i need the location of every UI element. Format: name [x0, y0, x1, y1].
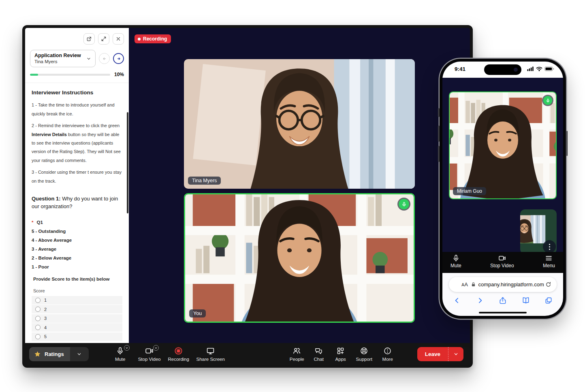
leave-button[interactable]: Leave: [417, 347, 448, 361]
radio-button[interactable]: [35, 334, 41, 339]
home-indicator[interactable]: [479, 312, 527, 314]
application-review-panel: Application Review Tina Myers: [25, 28, 129, 343]
leave-options-button[interactable]: [448, 347, 463, 361]
phone-menu-button[interactable]: Menu: [543, 254, 555, 273]
video-tile-tina-myers[interactable]: Tina Myers: [184, 59, 415, 189]
people-button[interactable]: People: [286, 347, 308, 362]
wifi-icon: [536, 66, 542, 71]
open-external-button[interactable]: [83, 33, 95, 45]
support-icon: [360, 347, 368, 356]
panel-scrollbar[interactable]: [127, 112, 128, 213]
radio-button[interactable]: [35, 307, 41, 312]
phone-stop-video-button[interactable]: Stop Video: [490, 254, 514, 273]
panel-content: Interviewer Instructions 1 - Take the ti…: [25, 83, 129, 343]
mute-options-chevron[interactable]: [124, 345, 130, 351]
tabs-button[interactable]: [544, 296, 553, 305]
apps-button[interactable]: Apps: [330, 347, 352, 362]
forward-button[interactable]: [476, 296, 484, 305]
stop-video-button[interactable]: Stop Video: [135, 347, 164, 362]
address-bar[interactable]: AA company.hiringplatform.com: [449, 277, 557, 292]
score-label: Score: [33, 288, 122, 293]
support-button[interactable]: Support: [352, 347, 377, 362]
phone-volume-down-button: [438, 146, 440, 162]
expand-panel-button[interactable]: [98, 33, 109, 45]
question-text: Question 1: Why do you want to join our …: [32, 195, 122, 211]
phone-status-bar: 9:41: [442, 62, 563, 78]
video-tile-you[interactable]: You: [184, 193, 415, 323]
video-options-chevron[interactable]: [153, 345, 159, 351]
share-screen-button[interactable]: Share Screen: [193, 347, 228, 362]
progress-fill: [30, 74, 38, 76]
text-size-button[interactable]: AA: [461, 281, 468, 288]
external-link-icon: [86, 36, 92, 42]
radio-button[interactable]: [35, 325, 41, 330]
previous-step-button[interactable]: [99, 53, 110, 64]
participant-name-label: Miriam Guo: [453, 187, 486, 195]
cellular-signal-icon: [527, 66, 534, 71]
radio-button[interactable]: [35, 298, 41, 303]
chevron-down-icon: [77, 352, 81, 356]
bookmarks-button[interactable]: [522, 296, 530, 305]
question-code: *Q1: [32, 220, 122, 225]
back-button[interactable]: [453, 296, 461, 305]
camera-icon: [498, 254, 506, 262]
miriam-guo-video: [450, 92, 556, 198]
tina-myers-video: [184, 59, 415, 189]
step-select[interactable]: Application Review Tina Myers: [30, 50, 96, 67]
more-button[interactable]: More: [377, 347, 399, 362]
score-option-3[interactable]: 3: [32, 314, 122, 323]
recording-badge: Recording: [135, 34, 171, 43]
share-button[interactable]: [499, 296, 507, 305]
more-icon: [383, 347, 392, 356]
required-asterisk: *: [32, 220, 33, 225]
score-option-2[interactable]: 2: [32, 305, 122, 313]
apps-icon: [336, 347, 345, 356]
step-navigator: Application Review Tina Myers: [30, 50, 124, 67]
mic-active-badge: [542, 95, 553, 106]
meeting-toolbar: Ratings Mute Stop Video Recording: [25, 343, 470, 365]
microphone-icon: [401, 202, 407, 207]
phone-meeting-view: Miriam Guo Mute Stop Video: [442, 78, 563, 273]
stop-recording-icon: [174, 347, 183, 356]
browser-nav-row: [442, 292, 563, 305]
phone-browser-bar: AA company.hiringplatform.com: [442, 273, 563, 316]
chat-icon: [314, 347, 323, 356]
dynamic-island: [484, 64, 521, 75]
battery-icon: [544, 66, 554, 71]
instruction-step-1: 1 - Take the time to introduce yourself …: [32, 101, 122, 118]
step-subtitle: Tina Myers: [34, 59, 86, 65]
arrow-right-icon: [116, 56, 122, 62]
instructions-heading: Interviewer Instructions: [32, 89, 122, 96]
hamburger-menu-icon: [545, 254, 553, 262]
microphone-icon: [546, 98, 550, 103]
phone-self-view[interactable]: [520, 209, 557, 254]
people-icon: [292, 347, 301, 356]
close-panel-button[interactable]: [113, 33, 124, 45]
instruction-step-2: 2 - Remind the interviewee to click the …: [32, 121, 122, 165]
status-time: 9:41: [455, 66, 465, 72]
score-option-1[interactable]: 1: [32, 296, 122, 305]
progress-percent: 10%: [114, 72, 124, 77]
chat-button[interactable]: Chat: [308, 347, 330, 362]
provide-score-label: Provide Score to the item(s) below: [33, 277, 122, 281]
radio-button[interactable]: [35, 316, 41, 321]
video-tile-miriam-guo[interactable]: Miriam Guo: [449, 92, 557, 199]
next-step-button[interactable]: [113, 53, 124, 64]
reload-button[interactable]: [545, 281, 551, 288]
score-option-4[interactable]: 4: [32, 323, 122, 332]
scale-item: 4 - Above Average: [32, 238, 122, 243]
phone-mute-button[interactable]: Mute: [450, 254, 461, 273]
self-view-options-button[interactable]: [543, 240, 556, 253]
score-option-5[interactable]: 5: [32, 332, 122, 341]
phone-screen: 9:41 Miriam Guo: [442, 62, 563, 316]
mute-button[interactable]: Mute: [106, 347, 135, 362]
ratings-button[interactable]: Ratings: [29, 347, 70, 361]
expand-icon: [101, 36, 107, 42]
instruction-step-3: 3 - Consider using the timer t ensure yo…: [32, 168, 122, 185]
scale-item: 1 - Poor: [32, 264, 122, 269]
recording-control-button[interactable]: Recording: [164, 347, 193, 362]
progress-track: [30, 74, 110, 76]
recording-dot-icon: [138, 38, 141, 40]
mic-active-badge: [397, 198, 410, 211]
ratings-dropdown-button[interactable]: [70, 347, 89, 361]
